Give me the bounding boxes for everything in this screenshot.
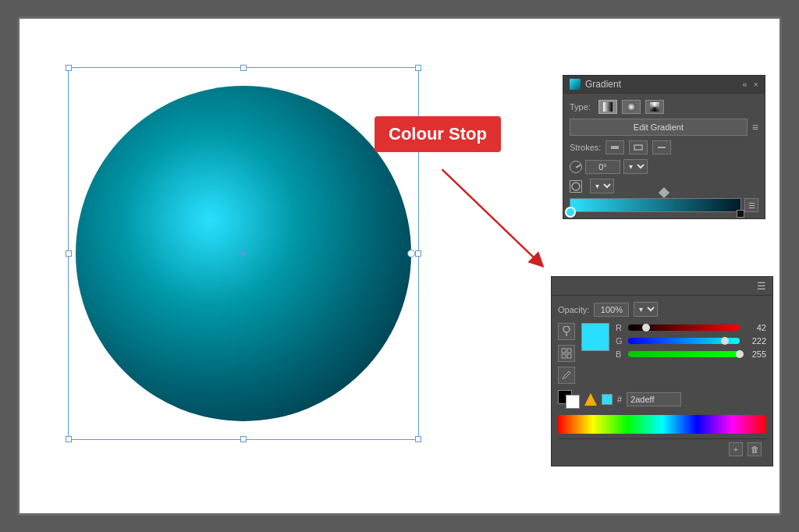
footer-delete-btn[interactable]: 🗑: [748, 442, 762, 456]
stroke-btn-2[interactable]: [629, 140, 648, 154]
edge-handle[interactable]: [407, 250, 415, 257]
g-slider-track[interactable]: [628, 338, 740, 344]
r-slider-thumb[interactable]: [642, 324, 650, 332]
type-btn-linear[interactable]: [598, 100, 617, 114]
color-panel-header: ☰: [552, 277, 772, 296]
eyedropper-icon[interactable]: [558, 323, 575, 340]
panel-title-controls: « ×: [742, 80, 758, 89]
svg-point-4: [572, 183, 580, 190]
opacity-input[interactable]: [594, 303, 629, 317]
edit-gradient-row: Edit Gradient ≡: [570, 119, 758, 136]
gradient-stop-right[interactable]: [737, 210, 744, 218]
angle-dropdown[interactable]: ▾: [623, 159, 648, 174]
color-spectrum[interactable]: [558, 415, 766, 434]
sliders-area: R 42 G 222: [616, 323, 766, 363]
color-panel: ☰ Opacity: ▾: [551, 276, 773, 466]
svg-point-5: [563, 326, 570, 332]
panel-title-bar: Gradient « ×: [563, 76, 765, 94]
stroke-icon-3: [657, 143, 666, 152]
freeform-icon: [650, 102, 659, 112]
b-slider-thumb[interactable]: [736, 350, 744, 358]
r-slider-row: R 42: [616, 323, 766, 332]
gradient-circle: [76, 86, 411, 421]
color-panel-list-icon[interactable]: ☰: [757, 280, 766, 292]
opacity-row: Opacity: ▾: [558, 302, 766, 317]
hex-row: #: [558, 390, 766, 409]
grid-icon[interactable]: [558, 345, 575, 362]
gradient-stop-left[interactable]: [565, 207, 576, 218]
svg-rect-7: [562, 349, 566, 353]
pen-icon[interactable]: [558, 367, 575, 384]
aspect-dropdown[interactable]: ▾: [590, 179, 614, 193]
svg-rect-8: [567, 349, 571, 353]
panel-menu-btn[interactable]: ≡: [752, 121, 758, 133]
color-swatch-area: R 42 G 222: [558, 323, 766, 384]
r-slider-track[interactable]: [628, 325, 740, 331]
g-value: 222: [744, 336, 766, 346]
stroke-icon-1: [610, 143, 620, 152]
type-row: Type:: [570, 100, 758, 114]
angle-icon: [570, 161, 582, 173]
panel-title-text: Gradient: [585, 79, 621, 90]
panel-expand-btn[interactable]: «: [742, 80, 747, 89]
type-btn-freeform[interactable]: [645, 100, 664, 114]
center-dot: [241, 251, 246, 256]
radial-icon: [627, 102, 636, 112]
side-icons: [558, 323, 575, 384]
r-label: R: [616, 323, 623, 332]
edit-gradient-btn[interactable]: Edit Gradient: [570, 119, 748, 136]
b-slider-track[interactable]: [628, 351, 740, 357]
warning-icon: [584, 393, 597, 406]
r-value: 42: [744, 323, 766, 332]
type-label: Type:: [570, 102, 591, 112]
panel-close-btn[interactable]: ×: [754, 80, 758, 89]
outer-frame: Colour Stop Gradient « ×: [17, 16, 782, 516]
hex-hash: #: [617, 395, 622, 404]
svg-rect-9: [562, 354, 566, 358]
panel-footer: + 🗑: [558, 438, 766, 459]
colour-stop-label: Colour Stop: [375, 116, 501, 152]
color-panel-body: Opacity: ▾: [552, 296, 772, 466]
hex-input[interactable]: [627, 392, 681, 406]
b-value: 255: [744, 349, 766, 359]
canvas-area: Colour Stop Gradient « ×: [20, 19, 779, 513]
g-slider-row: G 222: [616, 336, 766, 346]
bg-swatch[interactable]: [566, 395, 580, 409]
panel-title-left: Gradient: [570, 79, 621, 90]
stroke-btn-1[interactable]: [605, 140, 624, 154]
g-slider-thumb[interactable]: [721, 337, 729, 345]
svg-line-0: [442, 169, 538, 262]
footer-add-btn[interactable]: +: [729, 442, 743, 456]
svg-rect-2: [634, 145, 642, 150]
aspect-icon: [570, 180, 582, 193]
type-btn-radial[interactable]: [622, 100, 641, 114]
opacity-label: Opacity:: [558, 305, 589, 314]
stroke-icon-2: [634, 143, 643, 152]
angle-row: ▾: [570, 159, 758, 174]
g-label: G: [616, 336, 623, 346]
b-label: B: [616, 349, 623, 359]
linear-icon: [603, 102, 613, 112]
gradient-title-icon: [570, 79, 581, 90]
alt-swatch[interactable]: [602, 394, 613, 405]
svg-rect-10: [567, 354, 571, 358]
opacity-dropdown[interactable]: ▾: [634, 302, 658, 317]
gradient-bar[interactable]: [570, 198, 741, 212]
stroke-btn-3[interactable]: [652, 140, 671, 154]
gradient-bar-row: ☰: [570, 198, 758, 212]
strokes-row: Strokes:: [570, 140, 758, 154]
svg-rect-1: [611, 146, 619, 149]
gradient-panel: Gradient « × Type:: [563, 75, 765, 219]
color-preview[interactable]: [581, 323, 609, 351]
gradient-bar-container: ☰: [570, 198, 758, 212]
b-slider-row: B 255: [616, 349, 766, 359]
panel-body: Type: Edit Gradient ≡: [563, 94, 765, 218]
fg-bg-swatches: [558, 390, 580, 409]
gradient-list-btn[interactable]: ☰: [744, 198, 758, 212]
strokes-label: Strokes:: [570, 143, 601, 152]
angle-input[interactable]: [585, 160, 620, 174]
circle-container: [68, 67, 419, 440]
